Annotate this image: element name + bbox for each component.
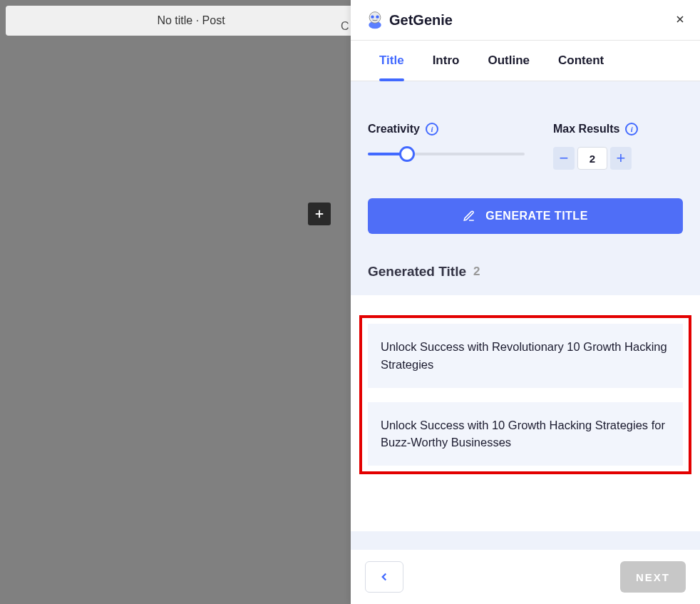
chevron-left-icon [378, 570, 391, 583]
creativity-slider[interactable] [368, 147, 525, 161]
decrement-button[interactable]: − [553, 147, 575, 170]
generated-title-label: Generated Title [368, 264, 466, 280]
genie-logo-icon [365, 10, 385, 30]
tab-title[interactable]: Title [379, 53, 404, 81]
highlight-box: Unlock Success with Revolutionary 10 Gro… [359, 315, 691, 474]
info-icon[interactable]: i [426, 123, 438, 135]
close-button[interactable] [671, 11, 689, 29]
tab-intro[interactable]: Intro [433, 53, 460, 81]
svg-point-4 [371, 15, 374, 18]
results-section: Unlock Success with Revolutionary 10 Gro… [351, 295, 700, 531]
partial-text: C [341, 20, 349, 33]
plus-icon [313, 208, 326, 220]
generate-title-button[interactable]: GENERATE TITLE [368, 198, 683, 234]
logo: GetGenie [365, 10, 453, 30]
svg-point-5 [376, 15, 379, 18]
tabs: Title Intro Outline Content [351, 41, 700, 81]
panel-header: GetGenie [351, 0, 700, 41]
add-block-button[interactable] [308, 203, 331, 225]
max-results-label: Max Results [553, 123, 619, 135]
slider-thumb[interactable] [399, 146, 415, 162]
max-results-stepper: − + [553, 147, 683, 170]
increment-button[interactable]: + [610, 147, 632, 170]
creativity-control: Creativity i [368, 123, 525, 170]
pencil-icon [463, 210, 475, 222]
getgenie-panel: GetGenie Title Intro Outline Content Cre… [351, 0, 700, 604]
result-item[interactable]: Unlock Success with Revolutionary 10 Gro… [368, 324, 683, 388]
result-item[interactable]: Unlock Success with 10 Growth Hacking St… [368, 402, 683, 466]
tab-outline[interactable]: Outline [488, 53, 530, 81]
svg-point-3 [369, 12, 381, 24]
controls-section: Creativity i Max Results i [351, 81, 700, 185]
generated-header: Generated Title 2 [351, 234, 700, 295]
generate-button-label: GENERATE TITLE [485, 210, 588, 222]
next-button[interactable]: NEXT [620, 561, 686, 593]
info-icon[interactable]: i [625, 123, 638, 135]
panel-body: Creativity i Max Results i [351, 81, 700, 550]
max-results-input[interactable] [577, 147, 607, 170]
close-icon [674, 14, 686, 25]
generated-count: 2 [473, 265, 480, 279]
panel-footer: NEXT [351, 550, 700, 604]
back-button[interactable] [365, 561, 403, 593]
max-results-control: Max Results i − + [553, 123, 683, 170]
logo-text: GetGenie [389, 12, 453, 29]
post-title-tab[interactable]: No title · Post [6, 6, 376, 36]
creativity-label: Creativity [368, 123, 420, 135]
tab-content[interactable]: Content [558, 53, 604, 81]
